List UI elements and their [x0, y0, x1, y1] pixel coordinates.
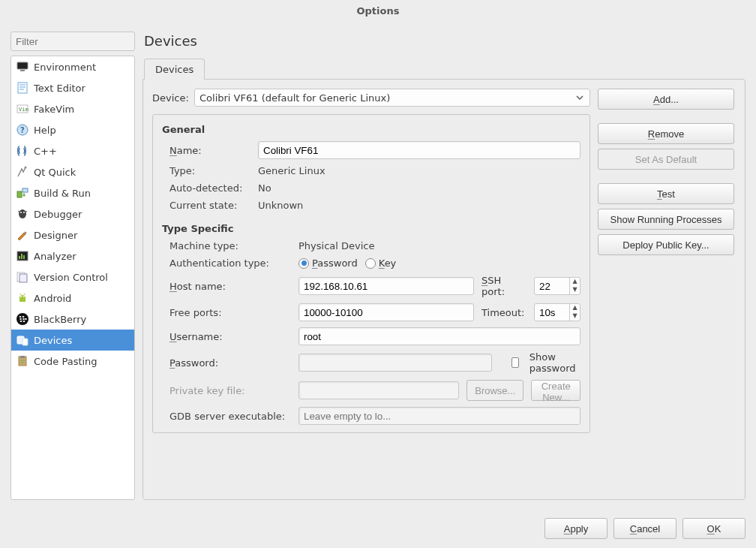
dialog-footer: Apply Cancel OK [0, 510, 756, 548]
device-combo[interactable]: Colibri VF61 (default for Generic Linux) [194, 89, 590, 107]
svg-rect-1 [20, 70, 25, 71]
apply-button[interactable]: Apply [544, 518, 608, 539]
sidebar-item-help[interactable]: ?Help [11, 119, 134, 140]
sidebar-item-code-pasting[interactable]: Code Pasting [11, 351, 134, 372]
svg-point-31 [20, 318, 22, 320]
sidebar-item-label: Analyzer [34, 251, 76, 262]
username-field[interactable] [298, 327, 580, 345]
gdb-label: GDB server executable: [170, 411, 292, 422]
type-value: Generic Linux [258, 165, 580, 176]
sidebar-item-label: Text Editor [34, 83, 86, 94]
sidebar-item-label: FakeVim [34, 104, 74, 115]
svg-text:?: ? [20, 126, 25, 134]
sidebar-item-label: C++ [34, 146, 57, 157]
currentstate-value: Unknown [258, 200, 580, 211]
spinner-arrows-icon[interactable]: ▲▼ [569, 304, 580, 321]
authtype-value: Password Key [298, 257, 580, 269]
right-button-column: Add... Remove Set As Default Test Show R… [598, 89, 736, 433]
sshport-spinner[interactable]: ▲▼ [534, 277, 580, 295]
password-label: Password: [170, 357, 292, 369]
autodetected-label: Auto-detected: [170, 182, 252, 194]
tabs-strip: Devices [142, 56, 746, 79]
authtype-label: Authentication type: [170, 257, 292, 269]
sidebar-item-version-control[interactable]: Version Control [11, 266, 134, 288]
radio-password[interactable]: Password [298, 257, 358, 269]
password-field[interactable] [298, 354, 492, 372]
svg-line-27 [24, 294, 25, 295]
show-password-checkbox[interactable] [512, 357, 519, 368]
hostname-label: Host name: [170, 281, 292, 292]
svg-point-32 [22, 318, 25, 320]
remove-button[interactable]: Remove [598, 123, 734, 144]
help-icon: ? [16, 123, 29, 137]
general-grid: Name: Type: Generic Linux Auto-detected:… [170, 141, 580, 211]
sidebar: EnvironmentText EditorVimFakeVim?HelpC++… [10, 32, 135, 500]
show-processes-button[interactable]: Show Running Processes [598, 209, 734, 230]
sidebar-item-devices[interactable]: Devices [11, 330, 134, 351]
monitor-icon [16, 60, 29, 74]
sidebar-item-label: Android [34, 293, 71, 304]
svg-point-25 [23, 296, 25, 297]
tab-label: Devices [155, 64, 194, 75]
chevron-down-icon [576, 94, 586, 101]
svg-rect-37 [22, 339, 28, 345]
svg-point-15 [23, 212, 25, 213]
svg-rect-21 [23, 255, 25, 259]
sidebar-item-environment[interactable]: Environment [11, 56, 134, 77]
timeout-field[interactable] [535, 304, 569, 321]
sidebar-item-android[interactable]: Android [11, 288, 134, 309]
sidebar-item-c-[interactable]: C++ [11, 140, 134, 161]
section-general-title: General [162, 124, 580, 135]
sidebar-item-qt-quick[interactable]: Qt Quick [11, 161, 134, 182]
analyzer-icon [16, 249, 29, 263]
name-field[interactable] [258, 141, 580, 159]
svg-point-10 [25, 167, 27, 169]
spinner-arrows-icon[interactable]: ▲▼ [569, 278, 580, 294]
radio-key[interactable]: Key [365, 257, 397, 269]
autodetected-value: No [258, 182, 580, 194]
freeports-field[interactable] [298, 303, 474, 321]
sidebar-item-analyzer[interactable]: Analyzer [11, 245, 134, 266]
sshport-field[interactable] [535, 278, 569, 294]
sidebar-item-designer[interactable]: Designer [11, 224, 134, 245]
ok-button[interactable]: OK [682, 518, 746, 539]
freeports-row: Timeout: ▲▼ [298, 303, 580, 321]
sidebar-item-label: BlackBerry [34, 314, 86, 325]
debugger-icon [16, 207, 29, 221]
options-window: Options EnvironmentText EditorVimFakeVim… [0, 0, 756, 548]
freeports-label: Free ports: [170, 307, 292, 318]
form-column: Device: Colibri VF61 (default for Generi… [152, 89, 590, 433]
hostname-field[interactable] [298, 277, 474, 295]
create-new-button[interactable]: Create New... [531, 380, 580, 401]
sidebar-item-label: Code Pasting [34, 356, 98, 367]
timeout-spinner[interactable]: ▲▼ [534, 303, 580, 321]
sidebar-item-blackberry[interactable]: BlackBerry [11, 309, 134, 330]
cpp-icon [16, 144, 29, 158]
sidebar-item-label: Help [34, 125, 56, 136]
deploy-key-button[interactable]: Deploy Public Key... [598, 234, 734, 255]
sidebar-item-label: Version Control [34, 272, 108, 283]
svg-rect-20 [21, 254, 22, 259]
sidebar-item-label: Qt Quick [34, 167, 76, 178]
device-selected-value: Colibri VF61 (default for Generic Linux) [200, 92, 390, 104]
privatekey-row: Browse... Create New... [298, 380, 580, 401]
vcs-icon [16, 270, 29, 284]
tab-devices[interactable]: Devices [144, 59, 205, 80]
timeout-label: Timeout: [482, 307, 526, 318]
cancel-button[interactable]: Cancel [614, 518, 676, 539]
gdb-field[interactable] [298, 407, 580, 425]
sidebar-item-build-run[interactable]: Build & Run [11, 182, 134, 203]
machinetype-label: Machine type: [170, 240, 292, 251]
sidebar-item-label: Environment [34, 62, 96, 73]
test-button[interactable]: Test [598, 183, 734, 204]
blackberry-icon [16, 312, 29, 326]
devices-icon [16, 333, 29, 347]
sidebar-item-text-editor[interactable]: Text Editor [11, 77, 134, 98]
sidebar-item-fakevim[interactable]: VimFakeVim [11, 98, 134, 119]
add-button[interactable]: Add... [598, 89, 734, 110]
filter-input[interactable] [10, 32, 135, 51]
sidebar-item-debugger[interactable]: Debugger [11, 203, 134, 224]
category-list[interactable]: EnvironmentText EditorVimFakeVim?HelpC++… [10, 56, 135, 500]
svg-point-30 [22, 316, 25, 318]
hostname-row: SSH port: ▲▼ [298, 275, 580, 297]
